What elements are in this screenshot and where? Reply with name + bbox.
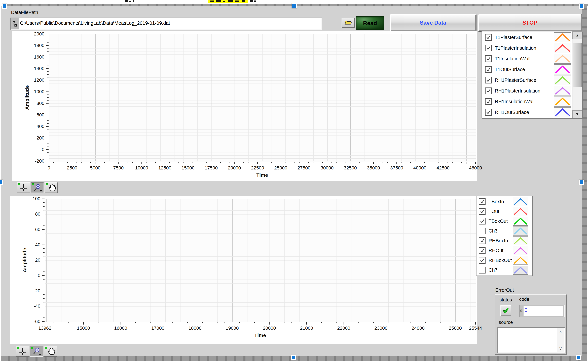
legend-item[interactable]: TOut [476, 207, 532, 216]
plot-line-sample[interactable] [554, 65, 571, 74]
plot-visibility-checkbox[interactable] [479, 247, 486, 254]
plot-line-sample[interactable] [554, 54, 571, 64]
hand-icon [46, 347, 55, 355]
y-tick [43, 252, 45, 253]
plot-visibility-checkbox[interactable] [479, 228, 486, 234]
gridline-h [49, 106, 476, 107]
legend-item[interactable]: TBoxOut [476, 216, 532, 226]
plot-line-sample[interactable] [513, 227, 528, 235]
resize-handle-top-right[interactable] [579, 4, 584, 9]
plot-visibility-checkbox[interactable] [479, 237, 486, 244]
plot-line-sample[interactable] [554, 75, 571, 85]
source-scrollbar[interactable]: ∧ ∨ [557, 328, 564, 352]
pan-tool-button[interactable] [44, 346, 57, 357]
zoom-tool-button[interactable] [30, 346, 43, 357]
legend-item[interactable]: Ch3 [476, 226, 532, 236]
read-button[interactable]: Read [356, 16, 384, 30]
plot-line-sample[interactable] [513, 197, 528, 206]
legend-item[interactable]: T1InsulationWall [482, 53, 572, 64]
x-tick [299, 162, 299, 163]
legend-item[interactable]: RH1OutSurface [482, 107, 572, 117]
plot-visibility-checkbox[interactable] [479, 267, 486, 273]
legend-item[interactable]: Ch7 [476, 265, 532, 275]
zoom-tool-button[interactable] [31, 182, 44, 193]
error-status-indicator[interactable] [500, 305, 511, 316]
legend-item[interactable]: RHBoxIn [476, 236, 532, 246]
legend-item[interactable]: TBoxIn [476, 197, 532, 207]
plot-line-sample[interactable] [554, 43, 571, 53]
plot-visibility-checkbox[interactable] [479, 218, 486, 224]
legend-item[interactable]: RHBoxOut [476, 255, 532, 265]
error-code-value[interactable]: 0 [523, 306, 563, 316]
plot-line-sample[interactable] [554, 32, 571, 42]
legend-item[interactable]: RH1InsulationWall [482, 96, 572, 107]
plot-visibility-checkbox[interactable] [479, 208, 486, 215]
resize-handle-right-middle[interactable] [579, 180, 584, 185]
legend-item-label: RHBoxOut [489, 258, 512, 263]
plot-area[interactable] [45, 199, 476, 322]
scrollbar-thumb[interactable] [573, 43, 582, 87]
x-tick [336, 322, 337, 323]
x-axis-label: Time [49, 172, 476, 178]
y-tick-label: 0 [42, 147, 44, 152]
error-source-field[interactable]: ∧ ∨ [497, 327, 565, 353]
resize-handle-top-left[interactable] [2, 4, 7, 9]
legend-item[interactable]: RH1PlasterSurface [482, 75, 572, 85]
pan-tool-button[interactable] [45, 182, 58, 193]
plot-visibility-checkbox[interactable] [485, 66, 492, 73]
x-tick [285, 162, 285, 163]
scroll-down-icon[interactable]: ∨ [557, 346, 564, 351]
x-tick [104, 162, 105, 163]
check-icon [480, 238, 484, 243]
legend-item[interactable]: RHOut [476, 246, 532, 256]
x-tick [91, 322, 91, 323]
plot-visibility-checkbox[interactable] [485, 55, 492, 62]
plot-line-sample[interactable] [554, 107, 571, 117]
plot-visibility-checkbox[interactable] [479, 198, 486, 205]
resize-handle-bottom-right[interactable] [576, 355, 581, 360]
plot-visibility-checkbox[interactable] [485, 34, 492, 41]
gridline-h [45, 214, 476, 214]
file-path-control[interactable]: C:\Users\Public\Documents\LivingLab\Data… [10, 18, 322, 30]
plot-line-sample[interactable] [513, 266, 528, 275]
scroll-up-icon[interactable]: ∧ [557, 330, 564, 334]
plot-line-sample[interactable] [554, 97, 571, 107]
save-data-button[interactable]: Save Data [390, 14, 476, 31]
error-code-field[interactable]: d 0 [519, 305, 565, 317]
plot-visibility-checkbox[interactable] [479, 257, 486, 264]
stop-button[interactable]: STOP [478, 14, 582, 31]
plot-visibility-checkbox[interactable] [485, 98, 492, 105]
legend-item[interactable]: T1OutSurface [482, 64, 572, 75]
gridline-h [45, 222, 476, 222]
labview-front-panel: DataFilePath C:\Users\Public\Documents\L… [1, 6, 582, 356]
plot-line-sample[interactable] [554, 86, 571, 96]
file-path-value[interactable]: C:\Users\Public\Documents\LivingLab\Data… [19, 18, 321, 29]
plot-line-sample[interactable] [513, 246, 528, 255]
resize-handle-bottom-middle[interactable] [291, 355, 296, 360]
plot-visibility-checkbox[interactable] [485, 77, 492, 84]
legend-item[interactable]: T1PlasterInsulation [482, 43, 572, 53]
plot-visibility-checkbox[interactable] [485, 45, 492, 51]
legend-item[interactable]: T1PlasterSurface [482, 32, 572, 43]
legend-item[interactable]: RH1PlasterInsulation [482, 85, 572, 96]
browse-file-button[interactable] [342, 18, 355, 28]
resize-handle-top-middle[interactable] [292, 3, 297, 8]
plot-visibility-checkbox[interactable] [485, 87, 492, 94]
gridline-h [49, 118, 476, 118]
plot-line-sample[interactable] [513, 217, 528, 226]
scroll-down-button[interactable]: ▼ [572, 110, 582, 118]
cursor-tool-button[interactable] [17, 182, 30, 193]
plot-visibility-checkbox[interactable] [485, 109, 492, 116]
plot-line-sample[interactable] [513, 236, 528, 245]
resize-handle-left-middle[interactable] [0, 180, 3, 185]
y-tick [43, 241, 45, 241]
plot-area[interactable] [49, 34, 476, 162]
legend-scrollbar[interactable]: ▲ ▼ [572, 32, 582, 118]
x-tick [143, 322, 143, 323]
x-tick [331, 162, 332, 163]
plot-line-sample[interactable] [513, 207, 528, 216]
plot-line-sample[interactable] [513, 256, 528, 265]
cursor-tool-button[interactable] [16, 346, 29, 357]
scroll-up-button[interactable]: ▲ [572, 32, 582, 39]
x-tick [271, 162, 271, 163]
